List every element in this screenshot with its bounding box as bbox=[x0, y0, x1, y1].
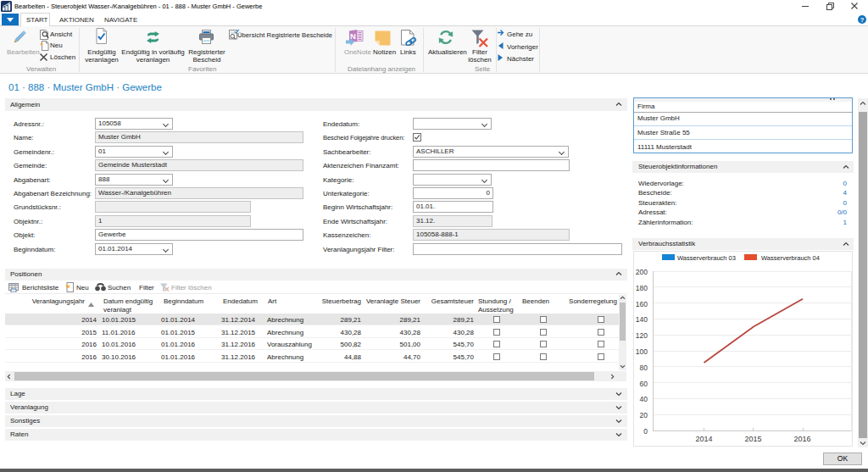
svg-text:?: ? bbox=[860, 16, 865, 24]
